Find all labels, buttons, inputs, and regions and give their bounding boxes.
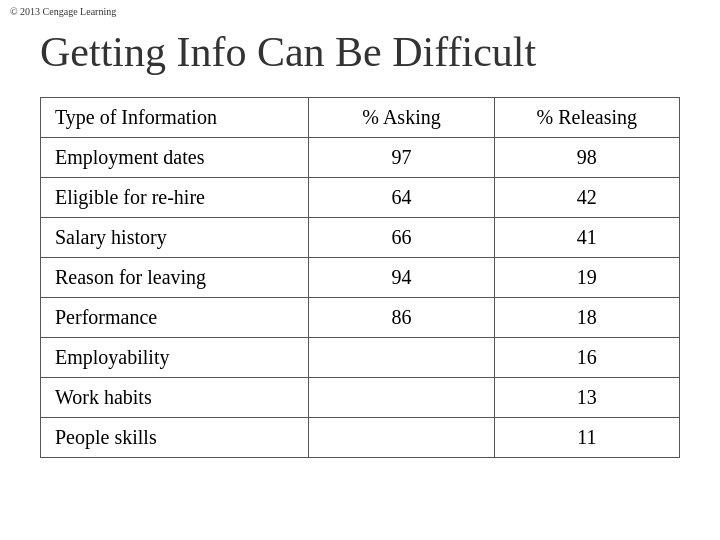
table-row: Salary history6641 (41, 218, 680, 258)
cell-asking: 94 (309, 258, 494, 298)
cell-asking (309, 418, 494, 458)
header-type: Type of Information (41, 98, 309, 138)
page-title: Getting Info Can Be Difficult (0, 17, 720, 97)
table-row: Employment dates9798 (41, 138, 680, 178)
cell-asking: 97 (309, 138, 494, 178)
cell-type: Employability (41, 338, 309, 378)
cell-asking (309, 338, 494, 378)
cell-releasing: 41 (494, 218, 679, 258)
cell-type: Work habits (41, 378, 309, 418)
cell-type: Eligible for re-hire (41, 178, 309, 218)
cell-asking: 86 (309, 298, 494, 338)
header-asking: % Asking (309, 98, 494, 138)
cell-asking (309, 378, 494, 418)
table-row: Reason for leaving9419 (41, 258, 680, 298)
cell-asking: 64 (309, 178, 494, 218)
cell-releasing: 18 (494, 298, 679, 338)
table-header-row: Type of Information % Asking % Releasing (41, 98, 680, 138)
cell-type: Salary history (41, 218, 309, 258)
table-row: Eligible for re-hire6442 (41, 178, 680, 218)
cell-releasing: 98 (494, 138, 679, 178)
cell-type: Employment dates (41, 138, 309, 178)
table-wrapper: Type of Information % Asking % Releasing… (0, 97, 720, 458)
info-table: Type of Information % Asking % Releasing… (40, 97, 680, 458)
cell-releasing: 13 (494, 378, 679, 418)
table-row: People skills11 (41, 418, 680, 458)
cell-type: Performance (41, 298, 309, 338)
header-releasing: % Releasing (494, 98, 679, 138)
cell-releasing: 16 (494, 338, 679, 378)
copyright-text: © 2013 Cengage Learning (0, 0, 720, 17)
cell-releasing: 11 (494, 418, 679, 458)
cell-releasing: 19 (494, 258, 679, 298)
cell-type: Reason for leaving (41, 258, 309, 298)
cell-asking: 66 (309, 218, 494, 258)
cell-type: People skills (41, 418, 309, 458)
table-row: Employability16 (41, 338, 680, 378)
table-row: Work habits13 (41, 378, 680, 418)
table-row: Performance8618 (41, 298, 680, 338)
cell-releasing: 42 (494, 178, 679, 218)
